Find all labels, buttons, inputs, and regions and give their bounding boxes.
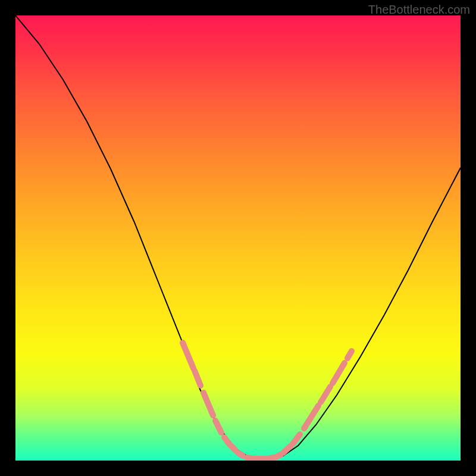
highlight-segment-16 [347,351,352,358]
highlight-segment-15 [333,363,345,383]
highlight-segment-0 [183,343,193,368]
highlight-segment-6 [238,453,243,456]
curve-left-curve [15,15,259,461]
highlight-segment-5 [230,444,236,450]
curve-right-curve [259,168,461,461]
highlight-segment-1 [195,371,201,386]
curve-svg [15,15,461,461]
highlight-segment-9 [267,458,274,459]
highlight-segment-2 [203,393,213,415]
highlight-segment-14 [321,387,330,402]
highlight-segment-12 [293,434,300,444]
highlight-segment-3 [215,421,221,433]
highlight-segment-7 [247,458,253,459]
watermark-text: TheBottleneck.com [368,3,470,17]
chart-area [15,15,461,461]
highlight-segment-10 [276,455,281,457]
